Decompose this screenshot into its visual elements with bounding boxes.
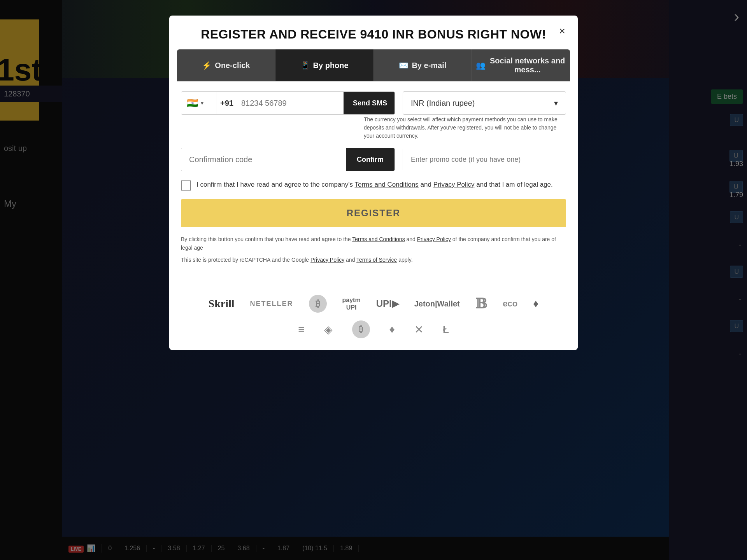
currency-selector[interactable]: INR (Indian rupee) ▾ — [403, 91, 566, 115]
confirmation-code-input[interactable] — [181, 148, 346, 171]
recaptcha-privacy-link[interactable]: Privacy Policy — [310, 257, 344, 263]
chevron-down-icon: ▾ — [554, 98, 558, 108]
registration-tabs: ⚡ One-click 📱 By phone ✉️ By e-mail 👥 So… — [177, 49, 570, 82]
footer-privacy-link[interactable]: Privacy Policy — [417, 236, 451, 242]
tab-by-email[interactable]: ✉️ By e-mail — [374, 49, 472, 81]
send-sms-button[interactable]: Send SMS — [344, 92, 395, 114]
upi-logo: UPI▶ — [376, 298, 399, 309]
terms-row: I confirm that I have read and agree to … — [181, 180, 566, 191]
confirmation-input-group: Confirm — [181, 148, 395, 171]
recaptcha-tos-link[interactable]: Terms of Service — [356, 257, 397, 263]
tab-one-click[interactable]: ⚡ One-click — [177, 49, 275, 81]
diamond-icon: ♦ — [389, 323, 395, 336]
bonus-logo: 𝔹 — [475, 296, 487, 312]
social-icon: 👥 — [476, 61, 486, 70]
neteller-logo: NETELLER — [250, 300, 293, 308]
payment-icons-row: ≡ ◈ ₿ ♦ ✕ Ł — [185, 320, 562, 338]
tab-social[interactable]: 👥 Social networks and mess... — [472, 49, 570, 81]
flag-icon: 🇮🇳 — [187, 98, 198, 108]
registration-modal: × REGISTER AND RECEIVE 9410 INR BONUS RI… — [169, 16, 578, 350]
payment-logos-row: Skrill NETELLER ₿ paytmUPI UPI▶ Jeton|Wa… — [185, 295, 562, 313]
hamburger-icon: ≡ — [298, 323, 304, 336]
lightning-icon: ⚡ — [202, 61, 212, 70]
country-selector[interactable]: 🇮🇳 ▾ — [181, 92, 216, 114]
modal-body: 🇮🇳 ▾ +91 Send SMS INR (Indian rupee) ▾ — [169, 82, 578, 279]
footer-disclaimer-1: By clicking this button you confirm that… — [181, 235, 566, 252]
terms-checkbox[interactable] — [181, 180, 191, 191]
footer-terms-link[interactable]: Terms and Conditions — [352, 236, 405, 242]
tab-by-phone[interactable]: 📱 By phone — [275, 49, 374, 81]
torrent-icon: ◈ — [324, 323, 333, 336]
footer-recaptcha-text: This site is protected by reCAPTCHA and … — [181, 256, 566, 264]
terms-text: I confirm that I have read and agree to … — [196, 180, 553, 190]
skrill-logo: Skrill — [209, 298, 235, 310]
confirm-button[interactable]: Confirm — [346, 148, 395, 171]
bitcoin-circle-icon: ₿ — [352, 320, 370, 338]
phone-icon: 📱 — [300, 61, 310, 70]
promo-code-input[interactable] — [403, 148, 566, 171]
promo-code-wrapper — [403, 148, 566, 171]
litecoin-icon: Ł — [443, 324, 449, 336]
payment-logos-section: Skrill NETELLER ₿ paytmUPI UPI▶ Jeton|Wa… — [169, 283, 578, 350]
x-icon: ✕ — [414, 323, 423, 336]
phone-number-input[interactable] — [237, 92, 344, 114]
eco-logo: eco — [503, 299, 517, 309]
register-button[interactable]: REGISTER — [181, 199, 566, 227]
currency-hint: The currency you select will affect whic… — [364, 116, 566, 140]
phone-currency-row: 🇮🇳 ▾ +91 Send SMS INR (Indian rupee) ▾ — [181, 91, 566, 115]
ethereum-logo: ♦ — [533, 298, 538, 310]
chevron-down-icon: ▾ — [201, 100, 203, 106]
currency-display: INR (Indian rupee) ▾ — [403, 98, 566, 108]
phone-input-group: 🇮🇳 ▾ +91 Send SMS — [181, 91, 395, 115]
bitcoin-logo: ₿ — [309, 295, 327, 313]
modal-overlay: × REGISTER AND RECEIVE 9410 INR BONUS RI… — [0, 0, 747, 560]
modal-header: REGISTER AND RECEIVE 9410 INR BONUS RIGH… — [169, 16, 578, 49]
confirmation-promo-row: Confirm — [181, 148, 566, 171]
privacy-policy-link[interactable]: Privacy Policy — [433, 181, 475, 188]
phone-prefix: +91 — [216, 92, 237, 114]
terms-conditions-link[interactable]: Terms and Conditions — [354, 181, 418, 188]
paytm-logo: paytmUPI — [342, 296, 361, 311]
jeton-logo: Jeton|Wallet — [414, 299, 460, 308]
modal-title: REGISTER AND RECEIVE 9410 INR BONUS RIGH… — [185, 27, 562, 42]
close-button[interactable]: × — [554, 23, 570, 39]
email-icon: ✉️ — [399, 61, 409, 70]
